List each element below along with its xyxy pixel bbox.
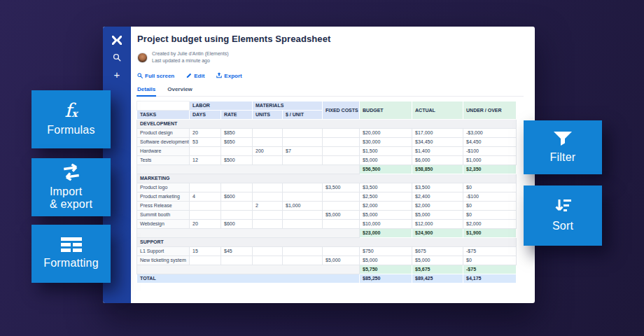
value-cell[interactable]: 53 <box>190 138 221 147</box>
add-icon[interactable]: + <box>111 69 122 80</box>
subtotal-value-cell[interactable]: $23,000 <box>360 229 412 238</box>
value-cell[interactable] <box>283 211 323 220</box>
value-cell[interactable]: $1,500 <box>360 147 412 156</box>
value-cell[interactable] <box>283 247 323 256</box>
subtotal-value-cell[interactable]: $5,675 <box>412 265 463 274</box>
value-cell[interactable] <box>283 156 323 165</box>
subtotal-value-cell[interactable]: $1,900 <box>463 229 517 238</box>
value-cell[interactable]: $1,000 <box>463 156 517 165</box>
value-cell[interactable]: $5,000 <box>323 211 360 220</box>
value-cell[interactable] <box>323 202 360 211</box>
value-cell[interactable] <box>190 147 221 156</box>
value-cell[interactable] <box>190 202 221 211</box>
value-cell[interactable] <box>253 156 283 165</box>
value-cell[interactable] <box>221 147 253 156</box>
value-cell[interactable]: $850 <box>221 129 253 138</box>
value-cell[interactable]: -$100 <box>463 192 517 202</box>
value-cell[interactable]: $45 <box>221 247 253 256</box>
subtotal-filler-cell[interactable] <box>137 165 360 174</box>
column-header[interactable]: BUDGET <box>360 102 412 120</box>
value-cell[interactable]: -$100 <box>463 147 517 156</box>
column-header[interactable]: DAYS <box>190 111 221 120</box>
value-cell[interactable]: 15 <box>190 247 221 256</box>
value-cell[interactable]: $1,000 <box>283 202 323 211</box>
value-cell[interactable] <box>283 129 323 138</box>
value-cell[interactable]: $34,450 <box>412 138 463 147</box>
value-cell[interactable]: $2,000 <box>412 202 463 211</box>
subtotal-value-cell[interactable]: $5,750 <box>360 265 412 274</box>
task-cell[interactable]: Hardware <box>137 147 190 156</box>
task-cell[interactable]: Webdesign <box>137 220 190 229</box>
task-cell[interactable]: Product logo <box>137 183 190 192</box>
edit-button[interactable]: Edit <box>186 73 204 80</box>
column-header[interactable]: RATE <box>221 111 253 120</box>
value-cell[interactable]: $12,000 <box>412 220 463 229</box>
subtotal-value-cell[interactable]: $24,900 <box>412 229 463 238</box>
value-cell[interactable]: -$75 <box>463 247 517 256</box>
total-value-cell[interactable]: $4,175 <box>463 274 517 284</box>
column-header[interactable]: UNDER / OVER <box>463 102 517 120</box>
value-cell[interactable]: $30,000 <box>360 138 412 147</box>
value-cell[interactable] <box>221 202 253 211</box>
column-header[interactable]: $ / UNIT <box>283 111 323 120</box>
value-cell[interactable]: $3,500 <box>412 183 463 192</box>
value-cell[interactable] <box>253 138 283 147</box>
value-cell[interactable]: $600 <box>221 192 253 202</box>
value-cell[interactable]: $6,000 <box>412 156 463 165</box>
task-cell[interactable]: Tests <box>137 156 190 165</box>
value-cell[interactable] <box>323 192 360 202</box>
total-value-cell[interactable]: $85,250 <box>360 274 412 284</box>
value-cell[interactable] <box>283 256 323 265</box>
task-cell[interactable]: Product design <box>137 129 190 138</box>
value-cell[interactable]: $5,000 <box>360 156 412 165</box>
subtotal-value-cell[interactable]: $58,850 <box>412 165 463 174</box>
elements-logo-icon[interactable] <box>111 34 122 46</box>
value-cell[interactable] <box>253 247 283 256</box>
sort-card[interactable]: Sort <box>524 186 602 246</box>
value-cell[interactable]: $5,000 <box>360 211 412 220</box>
value-cell[interactable] <box>323 220 360 229</box>
column-header[interactable]: UNITS <box>253 111 283 120</box>
value-cell[interactable]: $0 <box>463 211 517 220</box>
task-cell[interactable]: Product marketing <box>137 192 190 202</box>
value-cell[interactable]: 200 <box>253 147 283 156</box>
task-cell[interactable]: Summit booth <box>137 211 190 220</box>
value-cell[interactable]: $750 <box>360 247 412 256</box>
tab-details[interactable]: Details <box>136 86 156 97</box>
subtotal-value-cell[interactable]: $2,350 <box>463 165 517 174</box>
value-cell[interactable]: 4 <box>190 192 221 202</box>
column-group-header[interactable]: MATERIALS <box>253 102 323 111</box>
value-cell[interactable] <box>253 192 283 202</box>
value-cell[interactable]: $2,000 <box>463 220 517 229</box>
section-label-cell[interactable]: DEVELOPMENT <box>137 120 517 129</box>
value-cell[interactable]: $675 <box>412 247 463 256</box>
task-cell[interactable]: Software development <box>137 138 190 147</box>
value-cell[interactable]: $0 <box>463 183 517 192</box>
column-header[interactable]: FIXED COSTS <box>323 102 360 120</box>
value-cell[interactable] <box>253 183 283 192</box>
value-cell[interactable]: $5,000 <box>323 256 360 265</box>
value-cell[interactable]: $5,000 <box>360 256 412 265</box>
search-icon[interactable] <box>111 52 122 63</box>
filter-card[interactable]: Filter <box>524 120 602 174</box>
value-cell[interactable]: 20 <box>190 220 221 229</box>
tab-overview[interactable]: Overview <box>167 86 193 96</box>
value-cell[interactable] <box>323 138 360 147</box>
value-cell[interactable] <box>283 138 323 147</box>
value-cell[interactable] <box>190 183 221 192</box>
value-cell[interactable]: $10,000 <box>360 220 412 229</box>
value-cell[interactable]: $0 <box>463 202 517 211</box>
value-cell[interactable] <box>323 147 360 156</box>
value-cell[interactable] <box>221 256 253 265</box>
value-cell[interactable]: 2 <box>253 202 283 211</box>
value-cell[interactable] <box>253 129 283 138</box>
value-cell[interactable] <box>283 183 323 192</box>
column-header[interactable]: ACTUAL <box>412 102 463 120</box>
value-cell[interactable]: $2,000 <box>360 202 412 211</box>
value-cell[interactable]: $17,000 <box>412 129 463 138</box>
value-cell[interactable]: $600 <box>221 220 253 229</box>
import-export-card[interactable]: Import & export <box>31 158 111 216</box>
formulas-card[interactable]: fx Formulas <box>31 90 111 148</box>
value-cell[interactable]: $3,500 <box>323 183 360 192</box>
value-cell[interactable] <box>283 192 323 202</box>
